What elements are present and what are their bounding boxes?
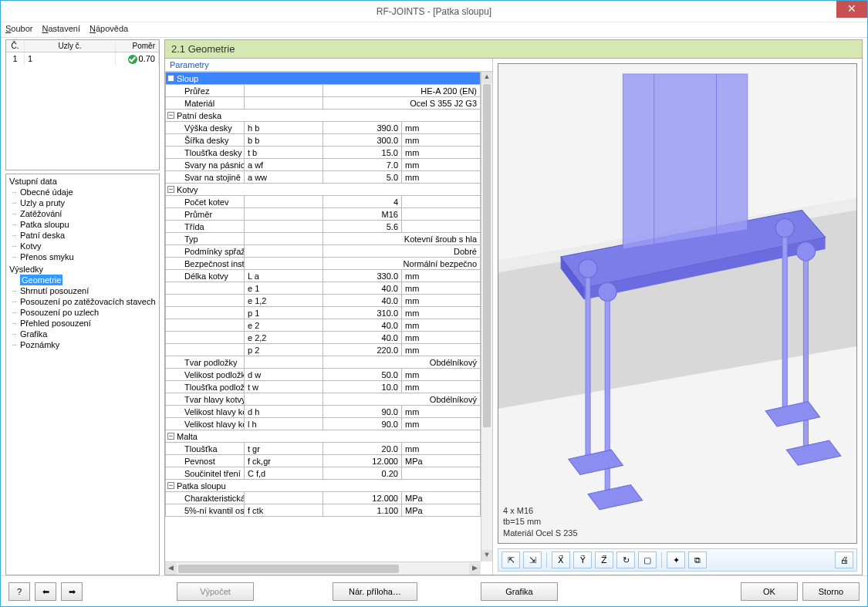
- viewer-3d[interactable]: 4 x M16 tb=15 mm Materiál Ocel S 235: [498, 63, 857, 544]
- help-button[interactable]: ?: [8, 582, 30, 601]
- tb-rotate-icon[interactable]: ↻: [616, 551, 635, 568]
- titlebar: RF-JOINTS - [Patka sloupu] ✕: [1, 1, 867, 22]
- scroll-down-icon[interactable]: ▼: [481, 550, 492, 561]
- table-row[interactable]: 1 1 0.70: [6, 52, 159, 66]
- expander-icon[interactable]: −: [167, 186, 174, 193]
- col-pomer: Poměr: [116, 40, 159, 52]
- svg-point-9: [598, 282, 616, 301]
- scroll-left-icon[interactable]: ◀: [165, 563, 177, 575]
- expander-icon[interactable]: −: [167, 75, 174, 82]
- cancel-button[interactable]: Storno: [802, 582, 860, 601]
- close-button[interactable]: ✕: [836, 1, 867, 18]
- scrollbar-vertical[interactable]: ▲ ▼: [481, 72, 492, 561]
- svg-point-10: [775, 219, 794, 238]
- attachment-button[interactable]: Nár. příloha…: [333, 582, 417, 601]
- tb-view1-icon[interactable]: ⇱: [502, 551, 520, 568]
- check-icon: [128, 55, 137, 64]
- next-button[interactable]: ➡: [61, 582, 83, 601]
- tb-axis-x-icon[interactable]: X⃗: [552, 551, 570, 568]
- viewer-info: 4 x M16 tb=15 mm Materiál Ocel S 235: [503, 505, 578, 538]
- tree-item[interactable]: Obecné údaje: [8, 187, 157, 197]
- tree-item[interactable]: Posouzení po zatěžovacích stavech: [8, 296, 157, 307]
- bottom-bar: ? ⬅ ➡ Výpočet Nár. příloha… Grafika OK S…: [1, 575, 867, 606]
- svg-marker-5: [623, 74, 747, 249]
- expander-icon[interactable]: −: [167, 112, 174, 119]
- tree-item[interactable]: Přenos smyku: [8, 251, 157, 262]
- svg-marker-19: [786, 440, 841, 465]
- svg-rect-13: [605, 301, 610, 499]
- col-c: Č.: [6, 40, 25, 52]
- cases-table: Č. Uzly č. Poměr 1 1 0.70: [5, 39, 160, 170]
- svg-point-11: [796, 242, 815, 261]
- viewer-toolbar: ⇱ ⇲ X⃗ Y⃗ Z⃗ ↻ ▢ ✦ ⧉ 🖨: [498, 548, 857, 572]
- svg-point-8: [579, 259, 597, 278]
- svg-marker-18: [765, 402, 820, 427]
- column-base-3d-icon: [498, 64, 856, 543]
- prev-button[interactable]: ⬅: [35, 582, 56, 601]
- nav-tree: Vstupní data Obecné údaje Uzly a pruty Z…: [5, 174, 160, 575]
- tree-item[interactable]: Patní deska: [8, 230, 157, 241]
- menu-file[interactable]: Soubor: [5, 24, 32, 35]
- tree-item[interactable]: Grafika: [8, 329, 157, 339]
- svg-marker-17: [588, 485, 643, 510]
- tree-item[interactable]: Patka sloupu: [8, 219, 157, 230]
- tree-item[interactable]: Přehled posouzení: [8, 318, 157, 329]
- scroll-right-icon[interactable]: ▶: [469, 563, 481, 575]
- tree-group-input[interactable]: Vstupní data: [8, 176, 157, 187]
- tree-item[interactable]: Posouzení po uzlech: [8, 307, 157, 318]
- panel-title: 2.1 Geometrie: [165, 40, 862, 59]
- tb-print-icon[interactable]: 🖨: [835, 551, 853, 568]
- tb-view2-icon[interactable]: ⇲: [523, 551, 542, 568]
- menubar: Soubor Nastavení Nápověda: [1, 22, 867, 38]
- col-uzly: Uzly č.: [25, 40, 116, 52]
- expander-icon[interactable]: −: [167, 482, 174, 489]
- tb-axis-z-icon[interactable]: Z⃗: [595, 551, 613, 568]
- compute-button[interactable]: Výpočet: [177, 582, 254, 601]
- tree-item[interactable]: Poznámky: [8, 339, 157, 350]
- tb-star-icon[interactable]: ✦: [667, 551, 685, 568]
- svg-marker-16: [569, 450, 623, 474]
- scroll-thumb[interactable]: [483, 84, 491, 427]
- svg-rect-12: [586, 278, 590, 464]
- expander-icon[interactable]: −: [167, 433, 174, 440]
- ok-button[interactable]: OK: [741, 582, 798, 601]
- tb-copy-icon[interactable]: ⧉: [688, 551, 707, 568]
- window-title: RF-JOINTS - [Patka sloupu]: [377, 6, 491, 17]
- grafika-button[interactable]: Grafika: [481, 582, 558, 601]
- tree-item-geometrie[interactable]: Geometrie: [20, 275, 62, 285]
- tb-axis-y-icon[interactable]: Y⃗: [573, 551, 592, 568]
- menu-help[interactable]: Nápověda: [90, 24, 128, 35]
- tree-item[interactable]: Zatěžování: [8, 208, 157, 219]
- params-grid: −Sloup PrůřezHE-A 200 (EN) MateriálOcel …: [165, 72, 481, 517]
- scrollbar-horizontal[interactable]: ◀ ▶: [165, 561, 481, 575]
- svg-rect-15: [803, 261, 808, 455]
- tree-item[interactable]: Kotvy: [8, 241, 157, 251]
- tree-item[interactable]: Uzly a pruty: [8, 197, 157, 208]
- tb-box-icon[interactable]: ▢: [638, 551, 657, 568]
- scroll-up-icon[interactable]: ▲: [481, 72, 492, 83]
- tree-item[interactable]: Shrnutí posouzení: [8, 285, 157, 296]
- svg-rect-14: [782, 238, 787, 416]
- menu-settings[interactable]: Nastavení: [42, 24, 80, 35]
- scroll-thumb[interactable]: [178, 565, 399, 573]
- tree-group-results[interactable]: Výsledky: [8, 264, 157, 275]
- params-label: Parametry: [165, 59, 492, 71]
